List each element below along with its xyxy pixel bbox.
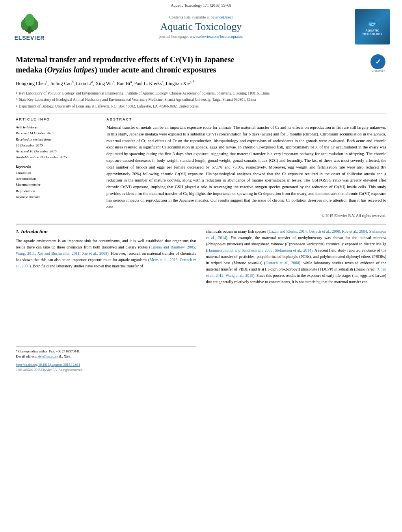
body-col-right: chemicals occurs in many fish species (C… [206, 228, 387, 372]
author-7: Lingtian Xiea,* [166, 81, 195, 86]
affiliations: a Key Laboratory of Pollution Ecology an… [16, 91, 386, 109]
body-content: 1. Introduction The aquatic environment … [16, 224, 386, 372]
elsevier-tree-icon [14, 13, 45, 35]
keyword-reproduction: Reproduction [16, 188, 95, 194]
section1-title: 1. Introduction [16, 228, 196, 235]
sciencedirect-line: Contents lists available at ScienceDirec… [51, 15, 351, 19]
homepage-link[interactable]: www.elsevier.com/locate/aquatox [190, 34, 243, 39]
doi-link[interactable]: http://dx.doi.org/10.1016/j.aquatox.2015… [16, 363, 80, 367]
body-two-col: 1. Introduction The aquatic environment … [16, 228, 386, 372]
fish-icon: 🐟 [367, 18, 378, 28]
authors-line: Hongxing Chena, Jinling Caob, Lixia Lia,… [16, 79, 386, 87]
keyword-accumulation: Accumulation [16, 176, 95, 182]
article-number-bar: Aquatic Toxicology 171 (2016) 59–68 [8, 3, 394, 7]
author-1: Hongxing Chena [16, 81, 48, 86]
author-4: Xing Wua [95, 81, 114, 86]
journal-homepage: journal homepage: www.elsevier.com/locat… [51, 34, 351, 39]
keyword-chromium: Chromium [16, 170, 95, 176]
article-info-column: ARTICLE INFO Article history: Received 1… [16, 117, 95, 218]
footnotes: * Corresponding author. Fax: +86 24 8397… [16, 346, 196, 359]
article-history: Article history: Received 14 October 201… [16, 124, 95, 161]
article-title: Maternal transfer and reproductive effec… [16, 54, 365, 75]
crossmark-icon: ✓ [370, 54, 385, 69]
intro-paragraph1: The aquatic environment is an important … [16, 238, 196, 269]
aquatic-logo-box: 🐟 AQUATICTOXIcoLOGY [351, 9, 394, 44]
header-main: ELSEVIER Contents lists available at Sci… [8, 9, 394, 44]
body-col-left: 1. Introduction The aquatic environment … [16, 228, 196, 372]
history-label: Article history: [16, 124, 95, 130]
page: Aquatic Toxicology 171 (2016) 59–68 ELSE… [0, 0, 402, 532]
revised-date: 16 December 2015 [16, 143, 95, 148]
author-6: Paul L. Klerksc [134, 81, 163, 86]
accepted-date: Accepted 18 December 2015 [16, 148, 95, 154]
keyword-medaka: Japanese medaka [16, 194, 95, 200]
keywords-label: Keywords: [16, 165, 95, 169]
abstract-text: Maternal transfer of metals can be an im… [106, 124, 386, 210]
article-title-section: Maternal transfer and reproductive effec… [16, 51, 386, 75]
crossmark-logo: ✓ CrossMark [370, 54, 386, 70]
article-number: Aquatic Toxicology 171 (2016) 59–68 [171, 3, 231, 7]
elsevier-label: ELSEVIER [14, 35, 45, 41]
keyword-maternal: Maternal transfer [16, 182, 95, 188]
journal-center: Contents lists available at ScienceDirec… [51, 15, 351, 39]
affil-b: b State Key Laboratory of Ecological Ani… [16, 97, 386, 102]
footer-copyright: 0166-445X/© 2015 Elsevier B.V. All right… [16, 368, 196, 372]
email-footnote: E-mail address: xieh@iae.ac.cn (L. Xie). [16, 354, 196, 359]
aquatic-logo-text: AQUATICTOXIcoLOGY [362, 29, 383, 36]
article-content: Maternal transfer and reproductive effec… [0, 47, 402, 380]
email-link[interactable]: xieh@iae.ac.cn [37, 354, 58, 358]
corresponding-footnote: * Corresponding author. Fax: +86 24 8397… [16, 349, 196, 354]
sciencedirect-link[interactable]: ScienceDirect [210, 15, 233, 19]
online-date: Available online 24 December 2015 [16, 154, 95, 160]
received-date: Received 14 October 2015 [16, 130, 95, 136]
author-5: Ran Bia [117, 81, 132, 86]
aquatic-toxicology-logo: 🐟 AQUATICTOXIcoLOGY [355, 9, 390, 44]
affil-c: c Department of Biology, University of L… [16, 104, 386, 109]
svg-point-4 [25, 14, 34, 26]
abstract-header: ABSTRACT [106, 117, 386, 121]
copyright: © 2015 Elsevier B.V. All rights reserved… [106, 213, 386, 218]
article-info-header: ARTICLE INFO [16, 117, 95, 121]
elsevier-logo: ELSEVIER [8, 13, 51, 41]
intro-paragraph2: chemicals occurs in many fish species (C… [206, 228, 387, 285]
journal-title: Aquatic Toxicology [51, 21, 351, 33]
keywords-section: Keywords: Chromium Accumulation Maternal… [16, 165, 95, 200]
affil-a: a Key Laboratory of Pollution Ecology an… [16, 91, 386, 96]
author-2: Jinling Caob [50, 81, 74, 86]
revised-label: Received in revised form [16, 137, 95, 143]
article-info-abstract: ARTICLE INFO Article history: Received 1… [16, 117, 386, 218]
divider-1 [16, 113, 386, 113]
abstract-column: ABSTRACT Maternal transfer of metals can… [106, 117, 386, 218]
author-3: Lixia Lia [76, 81, 93, 86]
journal-header: Aquatic Toxicology 171 (2016) 59–68 ELSE… [0, 0, 402, 47]
doi-section: http://dx.doi.org/10.1016/j.aquatox.2015… [16, 361, 196, 367]
